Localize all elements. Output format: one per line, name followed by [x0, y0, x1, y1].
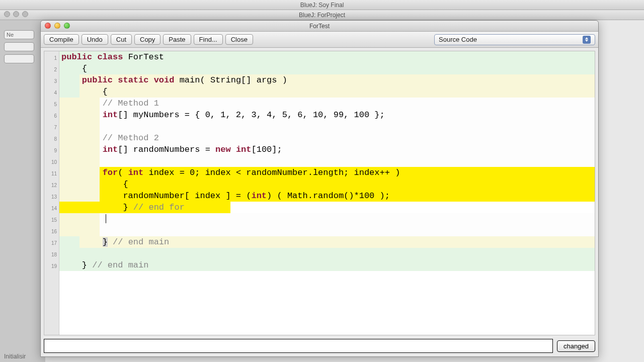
- line-number: 15: [44, 214, 59, 226]
- text-cursor: [106, 214, 106, 223]
- editor-title: ForTest: [309, 23, 330, 30]
- code-line[interactable]: } // end main: [59, 236, 595, 248]
- line-number: 8: [44, 133, 59, 145]
- line-number: 2: [44, 64, 59, 75]
- code-line[interactable]: [59, 248, 595, 259]
- copy-button[interactable]: Copy: [134, 34, 160, 45]
- bg-window-title-1: BlueJ: Soy Final: [0, 0, 644, 10]
- line-number: 5: [44, 99, 59, 110]
- line-number: 6: [44, 110, 59, 122]
- find-button[interactable]: Find...: [194, 34, 223, 45]
- view-selector-label: Source Code: [439, 36, 477, 43]
- code-line[interactable]: [59, 213, 595, 225]
- line-number: 16: [44, 226, 59, 237]
- code-line[interactable]: // Method 2: [59, 132, 595, 144]
- close-button[interactable]: Close: [225, 34, 253, 45]
- line-number: 17: [44, 237, 59, 249]
- line-number: 10: [44, 156, 59, 168]
- compile-button[interactable]: Compile: [44, 34, 79, 45]
- code-line[interactable]: } // end main: [59, 259, 595, 271]
- chevron-updown-icon: [583, 36, 591, 44]
- paste-button[interactable]: Paste: [163, 34, 191, 45]
- code-line[interactable]: {: [59, 86, 595, 98]
- bg-left-button[interactable]: [4, 54, 34, 63]
- code-line[interactable]: // Method 1: [59, 98, 595, 109]
- line-number: 18: [44, 249, 59, 260]
- message-box: [44, 339, 553, 353]
- code-line[interactable]: {: [59, 63, 595, 74]
- undo-button[interactable]: Undo: [82, 34, 108, 45]
- code-line[interactable]: public class ForTest: [59, 51, 595, 63]
- code-line[interactable]: [59, 225, 595, 236]
- code-area[interactable]: public class ForTest { public static voi…: [59, 51, 595, 335]
- close-icon[interactable]: [45, 23, 51, 29]
- line-number: 4: [44, 87, 59, 99]
- line-number: 9: [44, 145, 59, 156]
- editor-body: 12345678910111213141516171819 public cla…: [44, 51, 595, 335]
- bg-left-button[interactable]: Ne: [4, 30, 34, 39]
- line-number: 1: [44, 52, 59, 64]
- line-gutter: 12345678910111213141516171819: [44, 51, 59, 335]
- bg-left-button[interactable]: [4, 42, 34, 51]
- line-number: 11: [44, 168, 59, 179]
- toolbar: Compile Undo Cut Copy Paste Find... Clos…: [41, 32, 598, 48]
- zoom-icon[interactable]: [64, 23, 70, 29]
- code-line[interactable]: [59, 155, 595, 167]
- minimize-icon[interactable]: [54, 23, 60, 29]
- bg-traffic-lights: [4, 11, 28, 17]
- code-line[interactable]: [59, 121, 595, 132]
- line-number: 13: [44, 191, 59, 203]
- code-line[interactable]: int[] myNumbers = { 0, 1, 2, 3, 4, 5, 6,…: [59, 109, 595, 121]
- line-number: 12: [44, 179, 59, 191]
- editor-window: ForTest Compile Undo Cut Copy Paste Find…: [40, 20, 599, 357]
- code-line[interactable]: randomNumber[ index ] = (int) ( Math.ran…: [59, 190, 595, 202]
- traffic-lights: [45, 23, 70, 29]
- view-selector[interactable]: Source Code: [434, 34, 595, 45]
- bg-window-title-2: BlueJ: ForProject: [0, 10, 644, 20]
- code-line[interactable]: for( int index = 0; index < randomNumber…: [59, 167, 595, 178]
- line-number: 3: [44, 75, 59, 87]
- bottom-bar: changed: [41, 338, 598, 356]
- code-line[interactable]: int[] randomNumbers = new int[100];: [59, 144, 595, 155]
- cut-button[interactable]: Cut: [111, 34, 132, 45]
- code-line[interactable]: public static void main( String[] args ): [59, 74, 595, 86]
- editor-titlebar: ForTest: [41, 21, 598, 32]
- status-label: changed: [557, 340, 595, 352]
- code-line[interactable]: } // end for: [59, 202, 595, 213]
- bg-status-text: Initialisir: [4, 353, 26, 360]
- code-line[interactable]: {: [59, 178, 595, 190]
- line-number: 14: [44, 203, 59, 214]
- bg-left-panel: Ne: [0, 20, 45, 362]
- line-number: 19: [44, 260, 59, 272]
- line-number: 7: [44, 122, 59, 133]
